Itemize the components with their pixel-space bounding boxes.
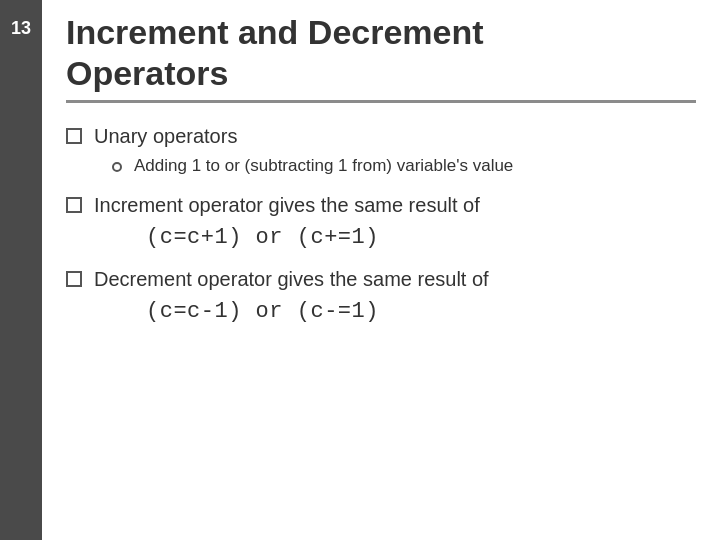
sub-bullet-dot-adding	[112, 162, 122, 172]
bullet-row-increment: Increment operator gives the same result…	[66, 194, 696, 217]
bullet-section-increment: Increment operator gives the same result…	[66, 194, 696, 250]
code-block-increment: (c=c+1) or (c+=1)	[146, 225, 696, 250]
slide: 13 Increment and Decrement Operators Una…	[0, 0, 720, 540]
sub-bullet-text-adding: Adding 1 to or (subtracting 1 from) vari…	[134, 156, 513, 176]
bullet-label-increment: Increment operator gives the same result…	[94, 194, 480, 217]
title-divider	[66, 100, 696, 103]
bullet-row-decrement: Decrement operator gives the same result…	[66, 268, 696, 291]
bullet-checkbox-unary	[66, 128, 82, 144]
slide-number: 13	[11, 18, 31, 39]
sub-bullet-row-adding: Adding 1 to or (subtracting 1 from) vari…	[112, 156, 696, 176]
slide-title: Increment and Decrement Operators	[66, 12, 696, 94]
title-line2: Operators	[66, 53, 696, 94]
title-line1: Increment and Decrement	[66, 12, 696, 53]
bullet-row-unary: Unary operators	[66, 125, 696, 148]
bullet-checkbox-increment	[66, 197, 82, 213]
code-block-decrement: (c=c-1) or (c-=1)	[146, 299, 696, 324]
slide-number-bar: 13	[0, 0, 42, 540]
bullet-section-unary: Unary operators Adding 1 to or (subtract…	[66, 125, 696, 176]
slide-content: Increment and Decrement Operators Unary …	[42, 0, 720, 540]
bullet-section-decrement: Decrement operator gives the same result…	[66, 268, 696, 324]
bullet-label-decrement: Decrement operator gives the same result…	[94, 268, 489, 291]
bullet-label-unary: Unary operators	[94, 125, 237, 148]
bullet-checkbox-decrement	[66, 271, 82, 287]
